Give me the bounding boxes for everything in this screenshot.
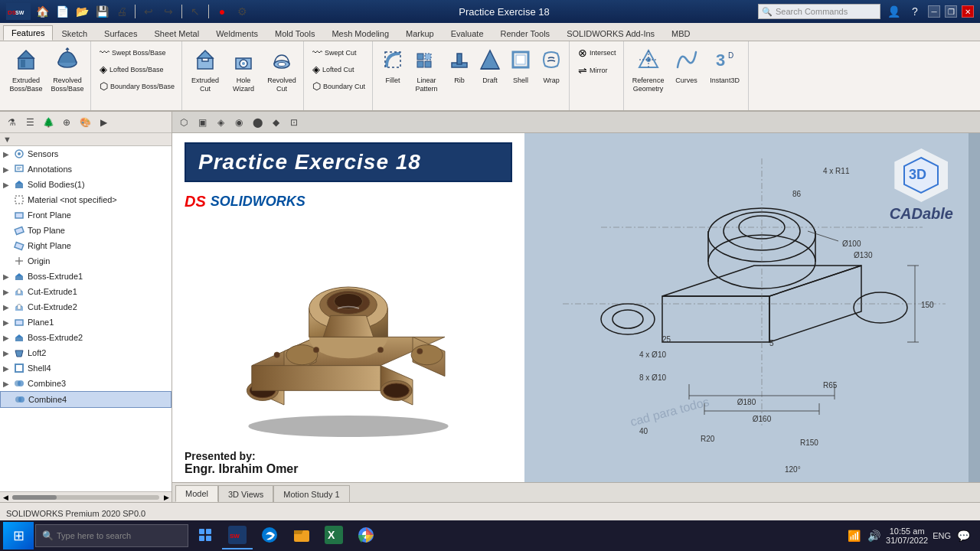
shell-btn[interactable]: Shell bbox=[506, 44, 535, 88]
tree-item-top-plane[interactable]: ▶ Top Plane bbox=[0, 223, 172, 238]
svg-text:Ø130: Ø130 bbox=[854, 251, 873, 259]
tab-sheet-metal[interactable]: Sheet Metal bbox=[145, 25, 207, 41]
tree-item-right-plane[interactable]: ▶ Right Plane bbox=[0, 238, 172, 253]
reference-geometry-btn[interactable]: ReferenceGeometry bbox=[629, 44, 668, 96]
tree-item-material[interactable]: ▶ Material <not specified> bbox=[0, 192, 172, 207]
taskbar-chrome[interactable] bbox=[351, 522, 381, 549]
lofted-cut-label: Lofted Cut bbox=[322, 66, 354, 73]
tree-item-combine3[interactable]: ▶ Combine3 bbox=[0, 376, 172, 391]
notification-icon[interactable]: 💬 bbox=[956, 528, 971, 543]
tree-item-shell4[interactable]: ▶ Shell4 bbox=[0, 360, 172, 376]
new-btn[interactable]: 📄 bbox=[54, 3, 70, 20]
wrap-btn[interactable]: Wrap bbox=[537, 44, 566, 88]
tree-view-icon[interactable]: 🌲 bbox=[40, 114, 57, 131]
tab-mold-tools[interactable]: Mold Tools bbox=[266, 25, 323, 41]
scroll-left-icon[interactable]: ◀ bbox=[0, 492, 11, 503]
tab-mesh-modeling[interactable]: Mesh Modeling bbox=[323, 25, 397, 41]
target-icon[interactable]: ⊕ bbox=[58, 114, 75, 131]
presenter-info: Presented by: Engr. Ibrahim Omer bbox=[185, 444, 298, 476]
rib-btn[interactable]: Rib bbox=[445, 44, 474, 88]
search-box[interactable]: 🔍 Search Commands bbox=[758, 4, 880, 19]
tab-3d-views[interactable]: 3D Views bbox=[218, 485, 273, 502]
arrow-tool[interactable]: ↖ bbox=[187, 3, 204, 20]
user-btn[interactable]: 👤 bbox=[885, 3, 902, 20]
taskbar-search[interactable]: 🔍 Type here to search bbox=[35, 524, 188, 547]
tab-surfaces[interactable]: Surfaces bbox=[96, 25, 145, 41]
view-scene-icon[interactable]: ◈ bbox=[212, 114, 229, 131]
undo-btn[interactable]: ↩ bbox=[140, 3, 157, 20]
view-camera-icon[interactable]: ⊡ bbox=[286, 114, 302, 131]
list-view-icon[interactable]: ☰ bbox=[21, 114, 38, 131]
taskbar-solidworks[interactable]: SW bbox=[222, 522, 253, 549]
print-btn[interactable]: 🖨 bbox=[113, 3, 130, 20]
tree-item-combine4[interactable]: ▶ Combine4 bbox=[0, 391, 172, 408]
minimize-btn[interactable]: ─ bbox=[928, 5, 940, 18]
tree-item-sensors[interactable]: ▶ Sensors bbox=[0, 146, 172, 161]
options-btn[interactable]: ⚙ bbox=[234, 3, 250, 20]
save-btn[interactable]: 💾 bbox=[93, 3, 110, 20]
view-render-icon[interactable]: ◆ bbox=[267, 114, 284, 131]
tree-item-solid-bodies[interactable]: ▶ Solid Bodies(1) bbox=[0, 177, 172, 192]
linear-pattern-btn[interactable]: LinearPattern bbox=[410, 44, 443, 96]
start-button[interactable]: ⊞ bbox=[3, 522, 34, 549]
tree-item-loft2[interactable]: ▶ Loft2 bbox=[0, 345, 172, 360]
rebuild-btn[interactable]: ● bbox=[214, 3, 230, 20]
restore-btn[interactable]: ❐ bbox=[945, 5, 957, 18]
lofted-cut-btn[interactable]: ◈ Lofted Cut bbox=[309, 61, 369, 77]
taskbar-file-explorer[interactable] bbox=[286, 522, 317, 549]
tree-item-plane1[interactable]: ▶ Plane1 bbox=[0, 315, 172, 330]
mirror-btn[interactable]: ⇌ Mirror bbox=[574, 62, 620, 79]
tab-addins[interactable]: SOLIDWORKS Add-Ins bbox=[558, 25, 663, 41]
tab-motion-study[interactable]: Motion Study 1 bbox=[273, 485, 349, 502]
tab-model[interactable]: Model bbox=[175, 485, 218, 502]
tree-item-boss-extrude1[interactable]: ▶ Boss-Extrude1 bbox=[0, 269, 172, 284]
extruded-cut-btn[interactable]: ExtrudedCut bbox=[187, 44, 224, 96]
tab-markup[interactable]: Markup bbox=[397, 25, 443, 41]
fillet-btn[interactable]: Fillet bbox=[377, 44, 408, 88]
extruded-boss-btn[interactable]: ExtrudedBoss/Base bbox=[6, 44, 46, 96]
tab-weldments[interactable]: Weldments bbox=[207, 25, 266, 41]
taskbar-taskview[interactable] bbox=[190, 522, 220, 549]
tab-evaluate[interactable]: Evaluate bbox=[443, 25, 492, 41]
revolved-cut-btn[interactable]: RevolvedCut bbox=[263, 44, 300, 96]
intersect-btn[interactable]: ⊗ Intersect bbox=[574, 44, 620, 61]
boundary-cut-btn[interactable]: ⬡ Boundary Cut bbox=[309, 78, 369, 94]
svg-point-61 bbox=[18, 380, 24, 386]
tree-item-cut-extrude1[interactable]: ▶ Cut-Extrude1 bbox=[0, 284, 172, 299]
lofted-boss-btn[interactable]: ◈ Lofted Boss/Base bbox=[96, 61, 178, 77]
tab-render-tools[interactable]: Render Tools bbox=[492, 25, 559, 41]
taskbar-edge[interactable] bbox=[254, 522, 285, 549]
tree-item-origin[interactable]: ▶ Origin bbox=[0, 253, 172, 269]
draft-btn[interactable]: Draft bbox=[475, 44, 505, 88]
close-btn[interactable]: ✕ bbox=[962, 5, 974, 18]
redo-btn[interactable]: ↪ bbox=[160, 3, 177, 20]
view-display-icon[interactable]: ▣ bbox=[194, 114, 211, 131]
tab-sketch[interactable]: Sketch bbox=[53, 25, 96, 41]
svg-text:120°: 120° bbox=[785, 465, 801, 474]
color-icon[interactable]: 🎨 bbox=[77, 114, 93, 131]
view-section-icon[interactable]: ⬤ bbox=[249, 114, 266, 131]
taskbar-excel[interactable]: X bbox=[318, 522, 349, 549]
home-btn[interactable]: 🏠 bbox=[34, 3, 51, 20]
scroll-right-icon[interactable]: ▶ bbox=[161, 492, 172, 503]
revolved-boss-btn[interactable]: RevolvedBoss/Base bbox=[47, 44, 87, 96]
view-hide-icon[interactable]: ◉ bbox=[230, 114, 247, 131]
swept-boss-btn[interactable]: 〰 Swept Boss/Base bbox=[96, 44, 178, 60]
boundary-boss-btn[interactable]: ⬡ Boundary Boss/Base bbox=[96, 78, 178, 94]
filter-icon[interactable]: ⚗ bbox=[3, 114, 20, 131]
curves-btn[interactable]: Curves bbox=[670, 44, 704, 88]
view-orient-icon[interactable]: ⬡ bbox=[175, 114, 192, 131]
tree-item-cut-extrude2[interactable]: ▶ Cut-Extrude2 bbox=[0, 299, 172, 315]
hole-wizard-btn[interactable]: HoleWizard bbox=[225, 44, 262, 96]
svg-rect-39 bbox=[15, 196, 23, 204]
swept-cut-btn[interactable]: 〰 Swept Cut bbox=[309, 44, 369, 60]
help-btn[interactable]: ? bbox=[906, 3, 923, 20]
tree-item-boss-extrude2[interactable]: ▶ Boss-Extrude2 bbox=[0, 330, 172, 345]
instant3d-btn[interactable]: 3D Instant3D bbox=[705, 44, 745, 88]
open-btn[interactable]: 📂 bbox=[74, 3, 90, 20]
tab-mbd[interactable]: MBD bbox=[663, 25, 698, 41]
expand-icon[interactable]: ▶ bbox=[95, 114, 112, 131]
tab-features[interactable]: Features bbox=[3, 25, 53, 41]
tree-item-annotations[interactable]: ▶ Annotations bbox=[0, 161, 172, 177]
tree-item-front-plane[interactable]: ▶ Front Plane bbox=[0, 207, 172, 223]
